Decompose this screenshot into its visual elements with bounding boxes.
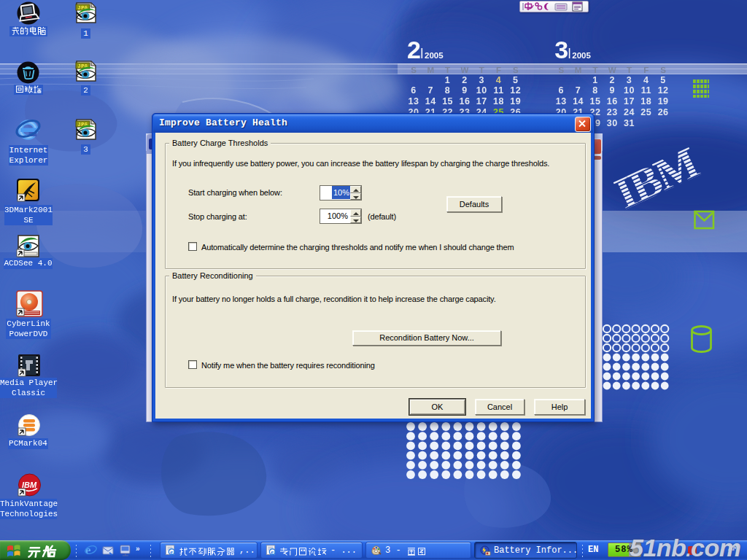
svg-text:e: e <box>170 548 173 556</box>
svg-text:9: 9 <box>609 85 614 96</box>
svg-text:11: 11 <box>493 85 503 96</box>
svg-text:S: S <box>513 66 519 74</box>
svg-text:7: 7 <box>428 85 433 96</box>
svg-text:10: 10 <box>624 85 635 96</box>
svg-text:S: S <box>411 66 417 74</box>
svg-text:11: 11 <box>641 85 651 96</box>
svg-text:IBM: IBM <box>22 481 37 489</box>
svg-text:18: 18 <box>640 96 651 106</box>
svg-text:5: 5 <box>660 75 665 85</box>
svg-text:6: 6 <box>559 85 564 96</box>
svg-text:16: 16 <box>607 96 618 106</box>
svg-text:25: 25 <box>640 107 651 117</box>
svg-text:2: 2 <box>462 75 467 85</box>
svg-text:e: e <box>271 548 274 556</box>
svg-text:T: T <box>627 66 632 74</box>
svg-text:17: 17 <box>476 96 487 106</box>
svg-text:31: 31 <box>624 118 635 128</box>
svg-text:T: T <box>592 66 597 74</box>
svg-text:6: 6 <box>411 85 416 96</box>
svg-text:17: 17 <box>624 96 635 106</box>
svg-text:19: 19 <box>658 96 669 106</box>
svg-text:14: 14 <box>425 96 436 106</box>
svg-text:2005: 2005 <box>425 51 444 60</box>
svg-text:10: 10 <box>476 85 487 96</box>
svg-text:1: 1 <box>445 75 450 85</box>
svg-text:13: 13 <box>556 96 567 106</box>
svg-text:M: M <box>575 66 582 74</box>
svg-text:9: 9 <box>462 85 467 96</box>
svg-text:12: 12 <box>510 85 521 96</box>
svg-text:16: 16 <box>459 96 470 106</box>
svg-text:W: W <box>460 66 468 74</box>
svg-text:1: 1 <box>592 75 597 85</box>
svg-text:12: 12 <box>658 85 669 96</box>
svg-text:T: T <box>479 66 484 74</box>
svg-text:F: F <box>643 66 649 74</box>
svg-text:3: 3 <box>479 75 484 85</box>
svg-text:M: M <box>427 66 435 74</box>
svg-text:2: 2 <box>407 36 421 63</box>
svg-text:13: 13 <box>409 96 419 106</box>
svg-text:19: 19 <box>510 96 521 106</box>
svg-text:4: 4 <box>643 75 649 85</box>
svg-text:24: 24 <box>624 107 635 117</box>
svg-text:S: S <box>660 66 666 74</box>
svg-text:2005: 2005 <box>572 51 591 60</box>
svg-text:18: 18 <box>493 96 504 106</box>
svg-text:15: 15 <box>589 96 600 106</box>
svg-text:4: 4 <box>496 75 501 85</box>
svg-text:8: 8 <box>592 85 597 96</box>
svg-text:7: 7 <box>576 85 581 96</box>
svg-text:5: 5 <box>513 75 518 85</box>
svg-text:23: 23 <box>607 107 618 117</box>
svg-text:8: 8 <box>445 85 450 96</box>
svg-text:15: 15 <box>442 96 453 106</box>
svg-text:30: 30 <box>607 118 618 128</box>
svg-text:3: 3 <box>627 75 632 85</box>
svg-text:S: S <box>558 66 564 74</box>
svg-text:W: W <box>608 66 616 74</box>
svg-text:14: 14 <box>573 96 584 106</box>
svg-text:3: 3 <box>554 36 568 63</box>
svg-text:T: T <box>445 66 450 74</box>
svg-text:2: 2 <box>609 75 614 85</box>
svg-text:F: F <box>496 66 501 74</box>
svg-text:26: 26 <box>658 107 669 117</box>
